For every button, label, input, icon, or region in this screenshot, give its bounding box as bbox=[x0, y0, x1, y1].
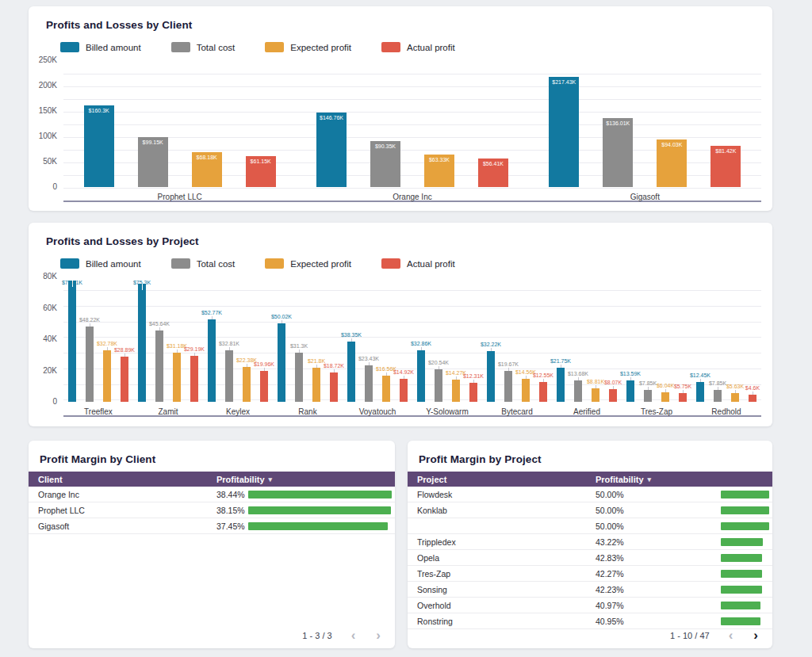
table-row[interactable]: Opela42.83% bbox=[408, 550, 772, 566]
bar-total-cost[interactable] bbox=[225, 350, 233, 402]
table-row[interactable]: Gigasoft37.45% bbox=[29, 518, 395, 534]
bar-billed-amount[interactable]: $146.76K bbox=[316, 113, 347, 187]
bar-total-cost[interactable]: $136.01K bbox=[603, 118, 633, 187]
legend-label: Billed amount bbox=[86, 43, 141, 52]
legend-item-1[interactable]: Total cost bbox=[171, 42, 236, 52]
bar-billed-amount[interactable] bbox=[68, 281, 76, 402]
bar-billed-amount[interactable] bbox=[557, 368, 565, 402]
table-row[interactable]: Ronstring40.95% bbox=[408, 613, 772, 629]
next-page-button[interactable]: › bbox=[752, 631, 760, 640]
legend-item-2[interactable]: Expected profit bbox=[265, 42, 351, 52]
bar-cell: $50.02K bbox=[278, 277, 285, 402]
table-row[interactable]: Orange Inc38.44% bbox=[29, 487, 395, 502]
label-connector bbox=[508, 368, 509, 371]
bar-value-label: $217.43K bbox=[542, 79, 585, 85]
bar-cell: $68.18K bbox=[192, 60, 222, 187]
bar-billed-amount[interactable]: $160.3K bbox=[84, 105, 114, 187]
bar-expected-profit[interactable] bbox=[452, 380, 460, 402]
bar-expected-profit[interactable] bbox=[312, 368, 320, 402]
bar-actual-profit[interactable]: $61.15K bbox=[246, 156, 276, 187]
bar-total-cost[interactable]: $99.15K bbox=[138, 137, 168, 187]
bar-actual-profit[interactable] bbox=[749, 395, 756, 402]
label-connector bbox=[718, 387, 718, 390]
bar-group: $38.35K$23.43K$16.56K$14.92K bbox=[347, 277, 408, 402]
bar-cell: $99.15K bbox=[138, 60, 168, 187]
bar-actual-profit[interactable] bbox=[609, 389, 617, 402]
legend-item-1[interactable]: Total cost bbox=[171, 258, 236, 269]
table-row[interactable]: Tres-Zap42.27% bbox=[408, 566, 772, 582]
label-connector bbox=[473, 380, 474, 383]
table-row[interactable]: 50.00% bbox=[408, 518, 772, 534]
bar-billed-amount[interactable] bbox=[278, 323, 285, 402]
x-axis-label: Treeflex bbox=[68, 407, 128, 416]
bar-billed-amount[interactable] bbox=[417, 350, 425, 402]
bar-value-label: $50.02K bbox=[271, 314, 292, 319]
bar-actual-profit[interactable] bbox=[190, 356, 198, 402]
bar-total-cost[interactable] bbox=[365, 365, 373, 402]
bar-billed-amount[interactable] bbox=[208, 319, 216, 402]
bar-actual-profit[interactable]: $81.42K bbox=[710, 146, 741, 187]
bar-expected-profit[interactable] bbox=[661, 392, 669, 402]
table-row[interactable]: Trippledex43.22% bbox=[408, 534, 772, 550]
bar-actual-profit[interactable] bbox=[469, 383, 477, 402]
legend-label: Expected profit bbox=[290, 43, 351, 52]
bar-expected-profit[interactable] bbox=[731, 393, 739, 402]
bar-expected-profit[interactable]: $63.33K bbox=[424, 155, 454, 187]
bar-expected-profit[interactable] bbox=[173, 353, 181, 402]
bar-total-cost[interactable] bbox=[435, 369, 442, 402]
bar-expected-profit[interactable] bbox=[592, 388, 599, 402]
bar-actual-profit[interactable] bbox=[400, 379, 408, 402]
label-connector bbox=[561, 365, 561, 368]
prev-page-button[interactable]: ‹ bbox=[350, 631, 358, 640]
bar-billed-amount[interactable]: $217.43K bbox=[549, 77, 579, 187]
table-row[interactable]: Konklab50.00% bbox=[408, 502, 772, 518]
bar-billed-amount[interactable] bbox=[138, 284, 146, 402]
legend-item-0[interactable]: Billed amount bbox=[60, 258, 141, 269]
label-connector bbox=[90, 323, 90, 327]
bar-value-label: $90.35K bbox=[364, 143, 407, 149]
bar-cell: $13.59K bbox=[626, 277, 634, 402]
bar-total-cost[interactable] bbox=[714, 390, 722, 403]
prev-page-button[interactable]: ‹ bbox=[727, 631, 735, 640]
bar-actual-profit[interactable] bbox=[121, 357, 128, 402]
bar-actual-profit[interactable] bbox=[539, 382, 547, 402]
bar-actual-profit[interactable] bbox=[330, 372, 338, 402]
profitability-value: 38.44% bbox=[216, 490, 248, 499]
bar-total-cost[interactable] bbox=[574, 380, 582, 402]
bar-actual-profit[interactable]: $56.41K bbox=[478, 159, 508, 187]
bar-expected-profit[interactable]: $94.03K bbox=[657, 139, 687, 187]
column-header-profitability[interactable]: Profitability▾ bbox=[596, 475, 651, 484]
bar-cell: $52.77K bbox=[208, 277, 216, 402]
bar-expected-profit[interactable] bbox=[382, 376, 390, 402]
bar-total-cost[interactable] bbox=[295, 353, 303, 402]
profit-margin-bar bbox=[721, 491, 769, 498]
table-row[interactable]: Flowdesk50.00% bbox=[408, 487, 772, 502]
next-page-button[interactable]: › bbox=[374, 631, 382, 640]
bar-cell: $32.81K bbox=[225, 277, 233, 402]
bar-actual-profit[interactable] bbox=[260, 371, 268, 402]
table-row[interactable]: Sonsing42.23% bbox=[408, 582, 772, 598]
bar-expected-profit[interactable]: $68.18K bbox=[192, 152, 222, 187]
legend-item-3[interactable]: Actual profit bbox=[381, 42, 455, 52]
table-row[interactable]: Prophet LLC38.15% bbox=[29, 502, 395, 518]
bar-actual-profit[interactable] bbox=[679, 393, 687, 402]
legend-item-2[interactable]: Expected profit bbox=[265, 258, 351, 269]
legend-item-0[interactable]: Billed amount bbox=[60, 42, 141, 52]
bar-billed-amount[interactable] bbox=[626, 380, 634, 402]
legend-swatch-icon bbox=[265, 258, 284, 269]
column-header-profitability[interactable]: Profitability▾ bbox=[216, 475, 272, 484]
bar-expected-profit[interactable] bbox=[243, 367, 251, 402]
table-row[interactable]: Overhold40.97% bbox=[408, 598, 772, 613]
bar-total-cost[interactable] bbox=[504, 371, 512, 402]
bar-billed-amount[interactable] bbox=[696, 382, 704, 402]
bar-billed-amount[interactable] bbox=[487, 351, 495, 402]
bar-total-cost[interactable]: $90.35K bbox=[370, 141, 400, 187]
bar-total-cost[interactable] bbox=[155, 330, 163, 402]
bar-expected-profit[interactable] bbox=[103, 350, 111, 402]
bar-billed-amount[interactable] bbox=[347, 342, 355, 402]
bar-total-cost[interactable] bbox=[644, 390, 652, 403]
profit-bar-track bbox=[248, 506, 392, 514]
bar-total-cost[interactable] bbox=[86, 327, 94, 402]
legend-item-3[interactable]: Actual profit bbox=[381, 258, 455, 269]
bar-expected-profit[interactable] bbox=[522, 379, 530, 402]
